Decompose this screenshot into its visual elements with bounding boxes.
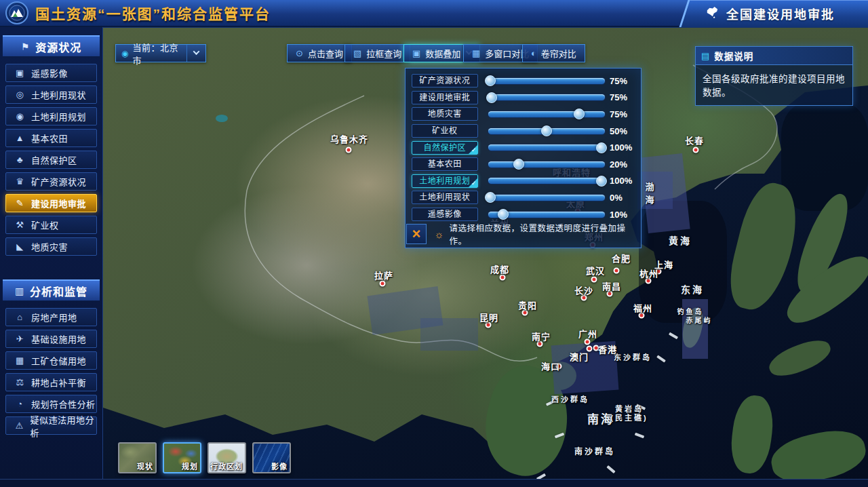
sea-label: 西沙群岛 bbox=[551, 393, 589, 404]
landslide-icon: ◣ bbox=[15, 241, 25, 252]
sidebar-item-planning-conformity[interactable]: ◔规划符合性分析 bbox=[5, 395, 97, 413]
region-selector[interactable]: ◉ 当前：北京市 bbox=[115, 44, 206, 62]
slider-handle[interactable] bbox=[485, 192, 496, 203]
lake bbox=[216, 115, 228, 122]
city-marker bbox=[591, 277, 597, 283]
house-icon: ⌂ bbox=[15, 312, 25, 322]
layer-toggle-button[interactable]: 地质灾害 bbox=[412, 107, 478, 121]
layer-toggle-button[interactable]: 矿产资源状况 bbox=[412, 74, 478, 87]
layer-toggle-button[interactable]: 土地利用现状 bbox=[412, 191, 478, 204]
slider-handle[interactable] bbox=[574, 109, 585, 119]
city-marker bbox=[346, 147, 352, 153]
sidebar-item-landuse-planning[interactable]: ◉土地利用规划 bbox=[5, 107, 97, 125]
slider-handle[interactable] bbox=[486, 92, 497, 103]
layer-toggle-button[interactable]: 矿业权 bbox=[412, 124, 478, 138]
basemap-thumb-planning[interactable]: 规划 bbox=[163, 442, 201, 473]
close-icon[interactable]: × bbox=[406, 224, 427, 244]
sidebar-item-geo-hazard[interactable]: ◣地质灾害 bbox=[5, 237, 97, 256]
swipe-compare-button[interactable]: ◐卷帘对比 bbox=[522, 44, 585, 62]
opacity-slider[interactable] bbox=[488, 128, 605, 134]
sidebar-item-remote-sensing[interactable]: ▣遥感影像 bbox=[5, 64, 97, 82]
layer-toggle-button[interactable]: 基本农田 bbox=[412, 157, 478, 171]
layer-toggle-button[interactable]: 遥感影像 bbox=[412, 208, 478, 221]
sidebar-item-label: 基本农田 bbox=[31, 132, 68, 144]
sidebar-item-label: 房地产用地 bbox=[31, 311, 77, 324]
overlay-layer-row: 自然保护区100% bbox=[412, 139, 641, 156]
sidebar-item-label: 耕地占补平衡 bbox=[31, 376, 86, 389]
slider-handle[interactable] bbox=[541, 125, 552, 136]
header-tab-label: 全国建设用地审批 bbox=[726, 5, 835, 22]
toolbar-button-label: 数据叠加 bbox=[425, 47, 460, 60]
slider-handle[interactable] bbox=[596, 176, 607, 187]
sea-label: 赤尾屿 bbox=[686, 315, 713, 325]
sidebar-item-basic-farmland[interactable]: ▲基本农田 bbox=[5, 129, 97, 147]
city-marker bbox=[614, 268, 620, 274]
sidebar-item-construction-land-approval[interactable]: ✎建设用地审批 bbox=[5, 194, 97, 212]
toolbar-button-label: 卷帘对比 bbox=[541, 47, 576, 60]
opacity-slider[interactable] bbox=[488, 144, 605, 151]
sidebar-item-label: 矿产资源状况 bbox=[31, 175, 86, 188]
sidebar-item-farmland-balance[interactable]: ⚖耕地占补平衡 bbox=[5, 373, 97, 391]
sea-label: 东沙群岛 bbox=[614, 351, 652, 362]
sidebar-item-label: 矿业权 bbox=[31, 218, 59, 231]
opacity-value: 100% bbox=[610, 176, 641, 186]
opacity-slider[interactable] bbox=[488, 78, 605, 84]
sidebar-item-mining-rights[interactable]: ⚒矿业权 bbox=[5, 216, 97, 234]
app-root: 国土资源“一张图”和综合监管平台 全国建设用地审批 ⚑资源状况▣遥感影像◎土地利… bbox=[0, 0, 868, 487]
sidebar-item-mineral-resources[interactable]: ♛矿产资源状况 bbox=[5, 172, 97, 191]
overlay-layer-row: 矿产资源状况75% bbox=[412, 73, 641, 90]
slider-handle[interactable] bbox=[498, 209, 509, 220]
header-tab-national-approval[interactable]: 全国建设用地审批 bbox=[671, 0, 868, 27]
opacity-slider[interactable] bbox=[488, 195, 605, 201]
basemap-thumb-satellite[interactable]: 现状 bbox=[118, 442, 157, 473]
sidebar-item-industrial-storage-land[interactable]: ▦工矿仓储用地 bbox=[5, 351, 97, 370]
scales-icon: ⚖ bbox=[15, 377, 25, 387]
sidebar-section-title: ▥分析和监管 bbox=[3, 279, 100, 301]
sidebar-item-label: 疑似违法用地分析 bbox=[31, 413, 96, 439]
opacity-slider[interactable] bbox=[488, 94, 605, 100]
city-label: 贵阳 bbox=[518, 298, 537, 311]
slider-handle[interactable] bbox=[513, 159, 524, 170]
basemap-thumb-image[interactable]: 影像 bbox=[252, 442, 291, 473]
toolbar-button-label: 拉框查询 bbox=[366, 47, 401, 60]
sidebar-item-nature-reserve[interactable]: ♣自然保护区 bbox=[5, 151, 97, 169]
layer-toggle-button[interactable]: 土地利用规划 bbox=[412, 174, 478, 188]
japan-sea-shade bbox=[781, 102, 868, 211]
basemap-thumb-label: 规划 bbox=[182, 461, 198, 471]
sidebar-item-label: 基础设施用地 bbox=[31, 332, 86, 345]
toolbar-button-label: 点击查询 bbox=[308, 47, 343, 60]
sidebar-item-real-estate-land[interactable]: ⌂房地产用地 bbox=[5, 308, 97, 326]
slider-handle[interactable] bbox=[596, 142, 607, 153]
opacity-value: 75% bbox=[610, 92, 641, 102]
opacity-slider[interactable] bbox=[488, 178, 605, 184]
slider-handle[interactable] bbox=[485, 75, 496, 86]
pin-icon: ◉ bbox=[15, 111, 25, 121]
factory-icon: ▦ bbox=[15, 355, 25, 366]
data-layer-patch bbox=[420, 318, 478, 351]
chevron-down-icon[interactable] bbox=[193, 48, 200, 55]
overlay-layer-row: 地质灾害75% bbox=[412, 106, 641, 123]
city-marker bbox=[500, 275, 506, 281]
opacity-value: 20% bbox=[610, 159, 641, 170]
box-query-button[interactable]: ▧拉框查询 bbox=[344, 44, 410, 62]
opacity-value: 50% bbox=[610, 126, 641, 136]
basemap-thumb-label: 现状 bbox=[137, 461, 153, 471]
city-label: 长沙 bbox=[574, 284, 593, 296]
basemap-thumb-label: 行政区划 bbox=[210, 461, 243, 471]
sea-label: 渤海 bbox=[643, 182, 656, 208]
plane-icon: ✈ bbox=[15, 334, 25, 344]
sidebar-item-landuse-current[interactable]: ◎土地利用现状 bbox=[5, 85, 97, 104]
city-marker bbox=[380, 281, 386, 287]
opacity-slider[interactable] bbox=[488, 161, 605, 168]
sidebar-item-label: 规划符合性分析 bbox=[31, 397, 96, 410]
basemap-thumb-admin[interactable]: 行政区划 bbox=[208, 442, 246, 473]
alert-icon: ⚠ bbox=[15, 421, 24, 431]
opacity-slider[interactable] bbox=[488, 111, 605, 117]
layer-toggle-button[interactable]: 自然保护区 bbox=[412, 141, 478, 155]
opacity-slider[interactable] bbox=[488, 212, 605, 218]
click-query-button[interactable]: ⊙点击查询 bbox=[287, 44, 352, 62]
overlay-layer-row: 遥感影像10% bbox=[412, 206, 641, 223]
sidebar-item-infrastructure-land[interactable]: ✈基础设施用地 bbox=[5, 330, 97, 348]
sidebar-item-illegal-landuse[interactable]: ⚠疑似违法用地分析 bbox=[5, 416, 97, 435]
layer-toggle-button[interactable]: 建设用地审批 bbox=[412, 91, 478, 104]
